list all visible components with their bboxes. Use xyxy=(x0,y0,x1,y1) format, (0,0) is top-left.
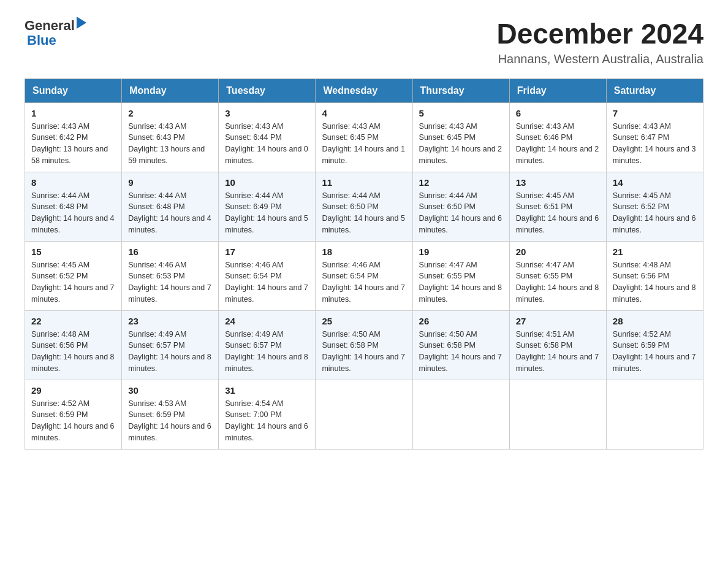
day-number: 24 xyxy=(225,316,309,326)
col-header-sunday: Sunday xyxy=(25,79,122,102)
col-header-friday: Friday xyxy=(509,79,606,102)
day-number: 17 xyxy=(225,247,309,257)
calendar-cell: 7Sunrise: 4:43 AMSunset: 6:47 PMDaylight… xyxy=(606,102,703,172)
day-number: 2 xyxy=(128,108,212,118)
calendar-cell xyxy=(412,380,509,449)
day-number: 26 xyxy=(419,316,503,326)
calendar-cell: 5Sunrise: 4:43 AMSunset: 6:45 PMDaylight… xyxy=(412,102,509,172)
calendar-cell: 26Sunrise: 4:50 AMSunset: 6:58 PMDayligh… xyxy=(412,310,509,380)
calendar-cell: 9Sunrise: 4:44 AMSunset: 6:48 PMDaylight… xyxy=(122,172,219,241)
day-detail: Sunrise: 4:43 AMSunset: 6:44 PMDaylight:… xyxy=(225,121,309,167)
day-number: 28 xyxy=(613,316,697,326)
calendar-cell: 13Sunrise: 4:45 AMSunset: 6:51 PMDayligh… xyxy=(509,172,606,241)
calendar-cell: 8Sunrise: 4:44 AMSunset: 6:48 PMDaylight… xyxy=(25,172,122,241)
day-detail: Sunrise: 4:50 AMSunset: 6:58 PMDaylight:… xyxy=(419,329,503,375)
day-number: 11 xyxy=(322,177,406,188)
calendar-cell: 12Sunrise: 4:44 AMSunset: 6:50 PMDayligh… xyxy=(412,172,509,241)
calendar-cell: 11Sunrise: 4:44 AMSunset: 6:50 PMDayligh… xyxy=(316,172,412,241)
calendar-cell: 2Sunrise: 4:43 AMSunset: 6:43 PMDaylight… xyxy=(122,102,219,172)
calendar-cell: 10Sunrise: 4:44 AMSunset: 6:49 PMDayligh… xyxy=(219,172,316,241)
day-number: 3 xyxy=(225,108,309,118)
day-number: 25 xyxy=(322,316,406,326)
calendar-cell: 28Sunrise: 4:52 AMSunset: 6:59 PMDayligh… xyxy=(606,310,703,380)
day-number: 5 xyxy=(419,108,503,118)
day-detail: Sunrise: 4:47 AMSunset: 6:55 PMDaylight:… xyxy=(516,259,600,305)
day-number: 6 xyxy=(516,108,600,118)
title-area: December 2024 Hannans, Western Australia… xyxy=(496,18,703,66)
day-number: 20 xyxy=(516,247,600,257)
calendar-cell: 27Sunrise: 4:51 AMSunset: 6:58 PMDayligh… xyxy=(509,310,606,380)
day-number: 27 xyxy=(516,316,600,326)
day-detail: Sunrise: 4:52 AMSunset: 6:59 PMDaylight:… xyxy=(613,329,697,375)
calendar-cell: 19Sunrise: 4:47 AMSunset: 6:55 PMDayligh… xyxy=(412,241,509,310)
calendar-cell: 16Sunrise: 4:46 AMSunset: 6:53 PMDayligh… xyxy=(122,241,219,310)
day-number: 31 xyxy=(225,385,309,396)
day-detail: Sunrise: 4:45 AMSunset: 6:52 PMDaylight:… xyxy=(31,259,115,305)
day-number: 7 xyxy=(613,108,697,118)
day-detail: Sunrise: 4:46 AMSunset: 6:54 PMDaylight:… xyxy=(225,259,309,305)
day-detail: Sunrise: 4:49 AMSunset: 6:57 PMDaylight:… xyxy=(225,329,309,375)
calendar-header-row: SundayMondayTuesdayWednesdayThursdayFrid… xyxy=(25,79,703,102)
logo-text-blue: Blue xyxy=(27,33,86,48)
day-number: 19 xyxy=(419,247,503,257)
calendar-cell: 29Sunrise: 4:52 AMSunset: 6:59 PMDayligh… xyxy=(25,380,122,449)
day-number: 8 xyxy=(31,177,115,188)
calendar-week-row: 29Sunrise: 4:52 AMSunset: 6:59 PMDayligh… xyxy=(25,380,703,449)
day-number: 15 xyxy=(31,247,115,257)
calendar-cell: 20Sunrise: 4:47 AMSunset: 6:55 PMDayligh… xyxy=(509,241,606,310)
day-number: 16 xyxy=(128,247,212,257)
day-detail: Sunrise: 4:53 AMSunset: 6:59 PMDaylight:… xyxy=(128,398,212,444)
calendar-cell: 17Sunrise: 4:46 AMSunset: 6:54 PMDayligh… xyxy=(219,241,316,310)
calendar-cell xyxy=(316,380,412,449)
day-detail: Sunrise: 4:43 AMSunset: 6:45 PMDaylight:… xyxy=(419,121,503,167)
calendar-cell: 23Sunrise: 4:49 AMSunset: 6:57 PMDayligh… xyxy=(122,310,219,380)
day-detail: Sunrise: 4:50 AMSunset: 6:58 PMDaylight:… xyxy=(322,329,406,375)
calendar-cell: 14Sunrise: 4:45 AMSunset: 6:52 PMDayligh… xyxy=(606,172,703,241)
day-number: 29 xyxy=(31,385,115,396)
day-detail: Sunrise: 4:44 AMSunset: 6:48 PMDaylight:… xyxy=(31,190,115,236)
day-detail: Sunrise: 4:47 AMSunset: 6:55 PMDaylight:… xyxy=(419,259,503,305)
calendar-week-row: 1Sunrise: 4:43 AMSunset: 6:42 PMDaylight… xyxy=(25,102,703,172)
day-detail: Sunrise: 4:46 AMSunset: 6:53 PMDaylight:… xyxy=(128,259,212,305)
calendar-cell: 1Sunrise: 4:43 AMSunset: 6:42 PMDaylight… xyxy=(25,102,122,172)
day-detail: Sunrise: 4:48 AMSunset: 6:56 PMDaylight:… xyxy=(613,259,697,305)
day-number: 9 xyxy=(128,177,212,188)
col-header-monday: Monday xyxy=(122,79,219,102)
page-header: General Blue December 2024 Hannans, West… xyxy=(25,18,703,66)
calendar-cell xyxy=(509,380,606,449)
day-detail: Sunrise: 4:43 AMSunset: 6:43 PMDaylight:… xyxy=(128,121,212,167)
logo-text-general: General xyxy=(25,18,75,33)
day-number: 12 xyxy=(419,177,503,188)
calendar-cell: 22Sunrise: 4:48 AMSunset: 6:56 PMDayligh… xyxy=(25,310,122,380)
calendar-cell: 6Sunrise: 4:43 AMSunset: 6:46 PMDaylight… xyxy=(509,102,606,172)
calendar-cell: 4Sunrise: 4:43 AMSunset: 6:45 PMDaylight… xyxy=(316,102,412,172)
calendar-cell: 3Sunrise: 4:43 AMSunset: 6:44 PMDaylight… xyxy=(219,102,316,172)
calendar-cell: 18Sunrise: 4:46 AMSunset: 6:54 PMDayligh… xyxy=(316,241,412,310)
day-detail: Sunrise: 4:49 AMSunset: 6:57 PMDaylight:… xyxy=(128,329,212,375)
day-detail: Sunrise: 4:45 AMSunset: 6:51 PMDaylight:… xyxy=(516,190,600,236)
day-detail: Sunrise: 4:43 AMSunset: 6:47 PMDaylight:… xyxy=(613,121,697,167)
calendar-table: SundayMondayTuesdayWednesdayThursdayFrid… xyxy=(25,79,703,450)
calendar-week-row: 15Sunrise: 4:45 AMSunset: 6:52 PMDayligh… xyxy=(25,241,703,310)
day-number: 4 xyxy=(322,108,406,118)
col-header-wednesday: Wednesday xyxy=(316,79,412,102)
day-detail: Sunrise: 4:44 AMSunset: 6:49 PMDaylight:… xyxy=(225,190,309,236)
calendar-week-row: 8Sunrise: 4:44 AMSunset: 6:48 PMDaylight… xyxy=(25,172,703,241)
day-detail: Sunrise: 4:51 AMSunset: 6:58 PMDaylight:… xyxy=(516,329,600,375)
day-detail: Sunrise: 4:52 AMSunset: 6:59 PMDaylight:… xyxy=(31,398,115,444)
calendar-cell: 15Sunrise: 4:45 AMSunset: 6:52 PMDayligh… xyxy=(25,241,122,310)
calendar-cell: 25Sunrise: 4:50 AMSunset: 6:58 PMDayligh… xyxy=(316,310,412,380)
day-number: 14 xyxy=(613,177,697,188)
location: Hannans, Western Australia, Australia xyxy=(496,52,703,66)
day-number: 22 xyxy=(31,316,115,326)
day-number: 21 xyxy=(613,247,697,257)
calendar-cell: 31Sunrise: 4:54 AMSunset: 7:00 PMDayligh… xyxy=(219,380,316,449)
month-year: December 2024 xyxy=(496,18,703,50)
day-detail: Sunrise: 4:44 AMSunset: 6:48 PMDaylight:… xyxy=(128,190,212,236)
calendar-cell xyxy=(606,380,703,449)
logo: General Blue xyxy=(25,18,86,48)
day-number: 30 xyxy=(128,385,212,396)
day-number: 13 xyxy=(516,177,600,188)
day-detail: Sunrise: 4:45 AMSunset: 6:52 PMDaylight:… xyxy=(613,190,697,236)
day-detail: Sunrise: 4:43 AMSunset: 6:46 PMDaylight:… xyxy=(516,121,600,167)
